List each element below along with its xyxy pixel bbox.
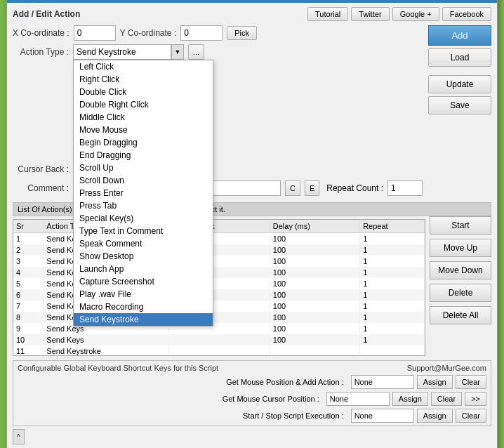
delete-button[interactable]: Delete [430, 284, 491, 302]
cell-delay: 100 [270, 301, 359, 312]
dropdown-item[interactable]: Scroll Up [74, 162, 213, 174]
repeat-count-label: Repeat Count : [326, 183, 383, 193]
dropdown-item[interactable]: Left Click [74, 60, 213, 73]
dropdown-item[interactable]: Right Click [74, 73, 213, 86]
comment-label: Comment : [13, 183, 69, 193]
shortcut-label-1: Get Mouse Position & Add Action : [18, 378, 348, 386]
action-type-label: Action Type : [13, 47, 69, 57]
shortcut-input-3[interactable] [351, 409, 414, 423]
col-sr: Sr [13, 220, 44, 233]
move-up-button[interactable]: Move Up [430, 239, 491, 257]
cell-repeat: 1 [360, 312, 425, 323]
update-button[interactable]: Update [428, 75, 491, 93]
cell-sr: 2 [13, 244, 44, 256]
action-type-dropdown[interactable]: Send Keystroke ▼ Left Click Right Click … [73, 44, 184, 60]
cell-repeat: 1 [360, 289, 425, 301]
c-button[interactable]: C [285, 180, 300, 196]
start-button[interactable]: Start [430, 216, 491, 235]
cell-delay [270, 345, 359, 356]
twitter-button[interactable]: Twitter [351, 7, 389, 21]
clear-button-3[interactable]: Clear [456, 409, 486, 423]
add-button[interactable]: Add [428, 25, 491, 46]
dropdown-item[interactable]: Middle Click [74, 111, 213, 124]
dropdown-item[interactable]: Scroll Down [74, 174, 213, 187]
move-down-button[interactable]: Move Down [430, 261, 491, 279]
clear-button-2[interactable]: Clear [431, 392, 462, 406]
shortcuts-title: Configurable Global Keyboard Shortcut Ke… [18, 364, 218, 372]
dropdown-item[interactable]: Double Click [74, 86, 213, 98]
cell-repeat: 1 [360, 256, 425, 267]
shortcut-label-2: Get Mouse Cursor Position : [18, 395, 324, 403]
cell-sr: 5 [13, 278, 44, 289]
cell-action: Send Keys [44, 334, 169, 345]
assign-button-3[interactable]: Assign [417, 409, 453, 423]
dropdown-item[interactable]: Type Text in Comment [74, 225, 213, 237]
shortcuts-section: Configurable Global Keyboard Shortcut Ke… [13, 360, 491, 426]
cell-sr: 9 [13, 323, 44, 334]
y-coord-input[interactable] [180, 25, 223, 41]
dropdown-item[interactable]: Show Desktop [74, 250, 213, 263]
dropdown-item[interactable]: Speak Comment [74, 237, 213, 250]
clear-button-1[interactable]: Clear [456, 375, 486, 389]
cell-sr: 7 [13, 301, 44, 312]
shortcuts-header: Configurable Global Keyboard Shortcut Ke… [18, 364, 486, 372]
cell-repeat: 1 [360, 301, 425, 312]
dropdown-item[interactable]: Capture Screenshot [74, 275, 213, 288]
assign-button-2[interactable]: Assign [392, 392, 428, 406]
cell-delay: 100 [270, 256, 359, 267]
dropdown-item[interactable]: Special Key(s) [74, 212, 213, 225]
facebook-button[interactable]: Facebook [442, 7, 491, 21]
extra-button-2[interactable]: >> [465, 392, 486, 406]
more-button[interactable]: ... [188, 44, 204, 60]
col-delay: Delay (ms) [270, 220, 359, 233]
cell-sr: 8 [13, 312, 44, 323]
shortcut-row-1: Get Mouse Position & Add Action : Assign… [18, 375, 486, 389]
x-coord-input[interactable] [74, 25, 116, 41]
cell-delay: 100 [270, 233, 359, 245]
assign-button-1[interactable]: Assign [417, 375, 453, 389]
google-button[interactable]: Google + [392, 7, 439, 21]
repeat-count-input[interactable] [387, 180, 423, 196]
cell-cursor [169, 334, 270, 345]
dropdown-item[interactable]: End Dragging [74, 149, 213, 162]
cell-cursor [169, 345, 270, 356]
pick-button[interactable]: Pick [227, 26, 257, 40]
dropdown-item[interactable]: Move Mouse [74, 124, 213, 136]
right-buttons: Start Move Up Move Down Delete Delete Al… [430, 216, 491, 356]
dropdown-item[interactable]: Launch App [74, 263, 213, 275]
x-coord-label: X Co-ordinate : [13, 28, 69, 38]
support-email: Support@MurGee.com [407, 364, 486, 372]
table-row[interactable]: 11Send Keystroke [13, 345, 425, 356]
dropdown-item[interactable]: Press Enter [74, 187, 213, 199]
scroll-up-button[interactable]: ^ [13, 429, 25, 444]
cell-repeat: 1 [360, 278, 425, 289]
y-coord-label: Y Co-ordinate : [120, 28, 177, 38]
e-button[interactable]: E [305, 180, 319, 196]
shortcut-row-3: Start / Stop Script Execution : Assign C… [18, 409, 486, 423]
cell-sr: 11 [13, 345, 44, 356]
table-row[interactable]: 10Send Keys1001 [13, 334, 425, 345]
cell-repeat: 1 [360, 323, 425, 334]
cell-action: Send Keystroke [44, 345, 169, 356]
shortcut-input-2[interactable] [326, 392, 390, 406]
save-button[interactable]: Save [428, 96, 491, 114]
dropdown-item[interactable]: Play .wav File [74, 288, 213, 301]
action-type-select[interactable]: Send Keystroke [73, 44, 171, 60]
shortcut-row-2: Get Mouse Cursor Position : Assign Clear… [18, 392, 486, 406]
dropdown-item[interactable]: Begin Dragging [74, 136, 213, 149]
tutorial-button[interactable]: Tutorial [307, 7, 348, 21]
load-button[interactable]: Load [428, 48, 491, 67]
main-window: M Auto Mouse Click - Untitled – □ ✕ Add … [6, 0, 498, 448]
dropdown-item[interactable]: Double Right Click [74, 98, 213, 111]
dropdown-item[interactable]: Press Tab [74, 199, 213, 212]
shortcut-input-1[interactable] [351, 375, 414, 389]
dropdown-item[interactable]: Macro Recording [74, 301, 213, 313]
cell-delay: 100 [270, 334, 359, 345]
col-repeat: Repeat [360, 220, 425, 233]
dropdown-item-selected[interactable]: Send Keystroke [74, 313, 213, 326]
cell-delay: 100 [270, 244, 359, 256]
dropdown-arrow[interactable]: ▼ [171, 44, 184, 60]
delete-all-button[interactable]: Delete All [430, 306, 491, 324]
cell-delay: 100 [270, 278, 359, 289]
cell-delay: 100 [270, 267, 359, 278]
